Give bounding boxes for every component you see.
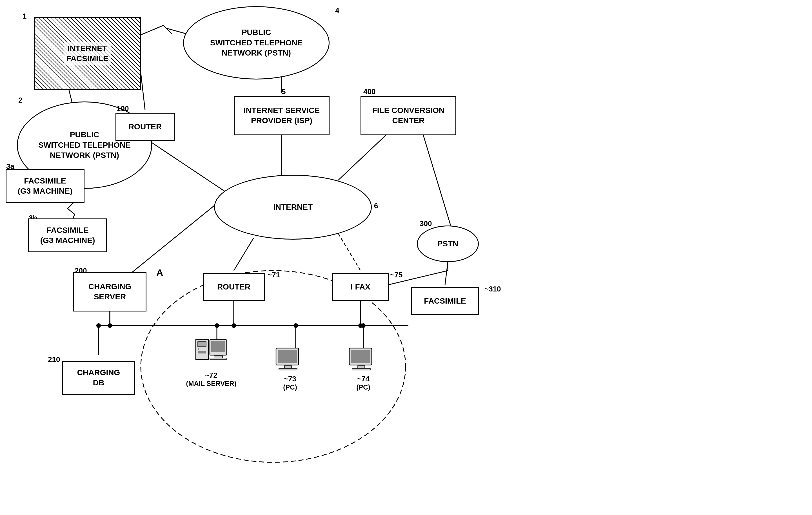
router-top-node: ROUTER bbox=[115, 113, 175, 141]
pc-73-label: ~73 bbox=[262, 375, 318, 383]
svg-rect-41 bbox=[279, 369, 297, 370]
svg-rect-31 bbox=[198, 348, 199, 350]
fax-3b-node: FACSIMILE(G3 MACHINE) bbox=[28, 218, 107, 252]
label-2: 2 bbox=[18, 96, 22, 105]
svg-rect-37 bbox=[210, 358, 227, 359]
mail-server-caption: (MAIL SERVER) bbox=[180, 380, 242, 387]
internet-facsimile-node: INTERNETFACSIMILE bbox=[34, 17, 141, 90]
charging-db-node: CHARGINGDB bbox=[62, 361, 135, 395]
router-top-label: ROUTER bbox=[128, 122, 162, 132]
svg-line-4 bbox=[145, 138, 234, 197]
router-71-label: ROUTER bbox=[217, 282, 251, 292]
svg-rect-40 bbox=[285, 365, 291, 369]
pc-74-icon bbox=[346, 347, 380, 374]
mail-server-label: ~72 bbox=[180, 371, 242, 380]
svg-line-27 bbox=[445, 262, 448, 285]
internet-node: INTERNET bbox=[214, 175, 372, 240]
pc-74-caption: (PC) bbox=[335, 383, 392, 391]
label-5: 5 bbox=[282, 87, 286, 96]
label-a: A bbox=[156, 267, 163, 278]
fax-3b-label: FACSIMILE(G3 MACHINE) bbox=[40, 225, 95, 246]
svg-rect-35 bbox=[211, 341, 225, 352]
isp-label: INTERNET SERVICEPROVIDER (ISP) bbox=[243, 105, 320, 126]
svg-point-13 bbox=[232, 323, 236, 328]
svg-line-3 bbox=[338, 133, 389, 181]
label-400: 400 bbox=[363, 87, 375, 96]
ifax-75-node: i FAX bbox=[332, 273, 389, 301]
file-conversion-label: FILE CONVERSIONCENTER bbox=[372, 105, 445, 126]
pstn-top-label: PUBLICSWITCHED TELEPHONENETWORK (PSTN) bbox=[210, 27, 302, 58]
label-4: 4 bbox=[335, 6, 339, 15]
label-75: ~75 bbox=[390, 271, 403, 279]
svg-rect-45 bbox=[352, 369, 370, 370]
charging-server-label: CHARGINGSERVER bbox=[88, 281, 131, 302]
charging-db-label: CHARGINGDB bbox=[77, 368, 120, 388]
svg-rect-33 bbox=[198, 352, 206, 353]
svg-point-19 bbox=[358, 323, 363, 328]
mail-server-node: ~72 (MAIL SERVER) bbox=[180, 338, 242, 387]
svg-rect-32 bbox=[198, 351, 206, 352]
svg-line-26 bbox=[423, 133, 451, 225]
pstn-300-node: PSTN bbox=[417, 225, 479, 262]
internet-label: INTERNET bbox=[273, 202, 313, 212]
label-6: 6 bbox=[374, 201, 378, 210]
svg-point-11 bbox=[96, 323, 101, 328]
pc-74-node: ~74 (PC) bbox=[335, 347, 392, 391]
pc-74-label: ~74 bbox=[335, 375, 392, 383]
network-diagram: 1 INTERNETFACSIMILE 4 PUBLICSWITCHED TEL… bbox=[0, 0, 812, 515]
svg-rect-39 bbox=[278, 350, 297, 363]
svg-line-22 bbox=[234, 238, 254, 271]
pstn-top-node: PUBLICSWITCHED TELEPHONENETWORK (PSTN) bbox=[183, 6, 329, 80]
isp-node: INTERNET SERVICEPROVIDER (ISP) bbox=[234, 96, 329, 135]
pc-73-caption: (PC) bbox=[262, 383, 318, 391]
pstn-300-label: PSTN bbox=[437, 239, 459, 249]
router-71-node: ROUTER bbox=[203, 273, 265, 301]
svg-point-9 bbox=[108, 323, 112, 328]
label-300: 300 bbox=[420, 219, 432, 228]
charging-server-node: CHARGINGSERVER bbox=[73, 272, 146, 311]
svg-rect-30 bbox=[198, 342, 206, 347]
label-310: ~310 bbox=[485, 285, 501, 293]
svg-rect-43 bbox=[351, 350, 370, 363]
svg-rect-36 bbox=[214, 356, 223, 358]
internet-facsimile-label: INTERNETFACSIMILE bbox=[64, 42, 110, 65]
file-conversion-node: FILE CONVERSIONCENTER bbox=[360, 96, 456, 135]
fax-3a-label: FACSIMILE(G3 MACHINE) bbox=[18, 176, 72, 196]
svg-point-15 bbox=[214, 323, 219, 328]
mail-server-icon bbox=[194, 338, 228, 369]
svg-line-0 bbox=[141, 73, 145, 110]
label-100: 100 bbox=[117, 104, 129, 113]
svg-point-21 bbox=[361, 323, 366, 328]
label-1: 1 bbox=[23, 12, 27, 21]
label-71: ~71 bbox=[267, 271, 280, 279]
pc-73-node: ~73 (PC) bbox=[262, 347, 318, 391]
pc-73-icon bbox=[273, 347, 307, 374]
fax-3a-node: FACSIMILE(G3 MACHINE) bbox=[6, 169, 85, 203]
ifax-75-label: i FAX bbox=[351, 282, 370, 292]
svg-rect-44 bbox=[358, 365, 365, 369]
svg-point-17 bbox=[293, 323, 298, 328]
label-210: 210 bbox=[48, 355, 60, 364]
facsimile-310-node: FACSIMILE bbox=[411, 287, 479, 315]
facsimile-310-label: FACSIMILE bbox=[424, 296, 466, 306]
